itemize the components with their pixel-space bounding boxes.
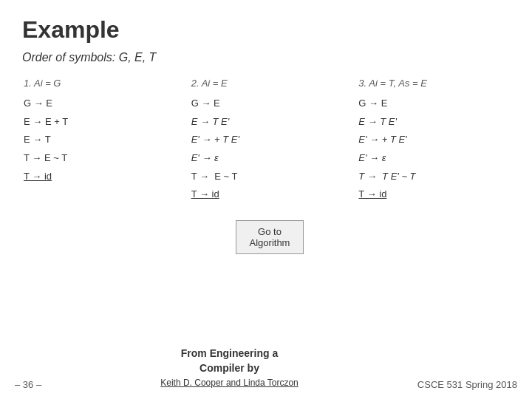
rule-line: G → E [358,95,508,113]
page-title: Example [0,0,532,51]
rule-line: E → T E' [358,113,508,132]
col1-header: 1. Ai = G [24,78,174,89]
rule-line: E' → ε [358,149,508,168]
rule-line: T → E ~ T [24,149,174,168]
column-3: 3. Ai = T, As = E G → E E → T E' E' → + … [349,78,517,204]
from-attribution: From Engineering aCompiler by Keith D. C… [160,347,299,390]
course-label: CSCE 531 Spring 2018 [417,379,517,390]
col2-header: 2. Ai = E [191,78,341,89]
page-number: – 36 – [15,379,41,390]
rule-line: T → T E' ~ T [358,168,508,186]
goto-wrapper: Go to Algorithm [0,220,532,254]
rule-line: G → E [191,95,341,113]
rule-line: T → E ~ T [191,168,341,186]
col1-rules: G → E E → E + T E → T T → E ~ T T → id [24,95,174,185]
col2-rules: G → E E → T E' E' → + T E' E' → ε T → E … [191,95,341,204]
column-2: 2. Ai = E G → E E → T E' E' → + T E' E' … [183,78,350,204]
from-text: From Engineering aCompiler by [181,347,278,374]
goto-algorithm-button[interactable]: Go to Algorithm [236,220,304,254]
rule-line: E' → ε [191,149,341,168]
rule-line: E → E + T [24,113,174,132]
rule-line: T → id [24,168,174,186]
bottom-area: – 36 – From Engineering aCompiler by Kei… [0,347,532,399]
rule-line: E → T [24,131,174,149]
rule-line: T → id [358,185,508,204]
subtitle: Order of symbols: G, E, T [0,51,532,78]
rule-line: E' → + T E' [358,131,508,149]
column-1: 1. Ai = G G → E E → E + T E → T T → E ~ … [15,78,183,204]
rule-line: E → T E' [191,113,341,132]
col3-header: 3. Ai = T, As = E [358,78,508,89]
rule-line: E' → + T E' [191,131,341,149]
rule-line: G → E [24,95,174,113]
authors: Keith D. Cooper and Linda Torczon [160,378,299,388]
rule-line: T → id [191,185,341,204]
col3-rules: G → E E → T E' E' → + T E' E' → ε T → T … [358,95,508,204]
